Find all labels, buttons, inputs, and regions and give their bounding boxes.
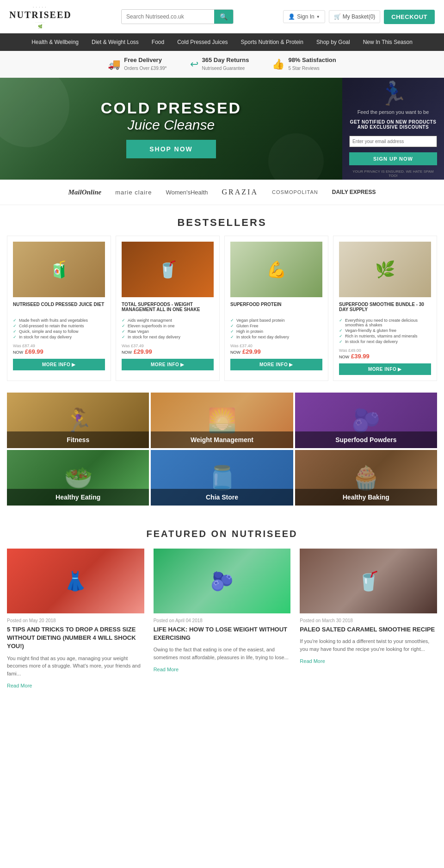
header: ····· NUTRISEED ····· 🌿 🔍 👤 Sign In ▼ 🛒 …	[0, 0, 444, 33]
featured-image-1: 👗	[7, 549, 144, 613]
returns-icon: ↩	[190, 58, 198, 70]
post-title-3: PALEO SALTED CARAMEL SMOOTHIE RECIPE	[300, 625, 437, 634]
now-2: NOW £29.99	[122, 348, 214, 355]
benefit-delivery: 🚚 Free Delivery Orders Over £39.99*	[108, 56, 166, 72]
featured-title: FEATURED ON NUTRISEED	[0, 517, 444, 549]
feature-item: ✓Everything you need to create delicious…	[339, 318, 431, 328]
product-features-4: ✓Everything you need to create delicious…	[339, 318, 431, 344]
press-cosmo: COSMOPOLITAN	[272, 189, 318, 195]
category-weight[interactable]: 🌅 Weight Management	[151, 393, 293, 448]
press-bar: MailOnline marie claire Women'sHealth GR…	[0, 180, 444, 205]
satisfaction-title: 98% Satisfaction	[288, 56, 336, 63]
more-info-button-4[interactable]: MORE INFO ▶	[339, 363, 431, 375]
basket-button[interactable]: 🛒 My Basket(0)	[329, 10, 381, 23]
more-info-button-2[interactable]: MORE INFO ▶	[122, 359, 214, 370]
category-chia[interactable]: 🫙 Chia Store	[151, 450, 293, 506]
category-label-superfood: Superfood Powders	[295, 431, 437, 448]
search-container: 🔍	[121, 9, 234, 24]
post-excerpt-3: If you're looking to add a different twi…	[300, 637, 437, 653]
product-image-1: 🧃	[13, 242, 105, 297]
category-grid-2: 🥗 Healthy Eating 🫙 Chia Store 🧁 Healthy …	[0, 450, 444, 517]
category-baking[interactable]: 🧁 Healthy Baking	[295, 450, 437, 506]
post-title-2: LIFE HACK: HOW TO LOSE WEIGHT WITHOUT EX…	[154, 625, 291, 642]
delivery-subtitle: Orders Over £39.99*	[124, 66, 166, 71]
read-more-1[interactable]: Read More	[7, 683, 32, 688]
category-fitness[interactable]: 🏃‍♀️ Fitness	[7, 393, 149, 448]
feature-item: ✓In stock for next day delivery	[13, 334, 105, 340]
product-card-3: 💪 SUPERFOOD PROTEIN ✓Vegan plant based p…	[224, 236, 328, 381]
feature-item: ✓Vegan-friendly & gluten free	[339, 328, 431, 333]
hero-line2: Juice Cleanse	[101, 117, 241, 133]
nav-item-new[interactable]: New In This Season	[357, 33, 419, 51]
basket-icon: 🛒	[334, 13, 341, 20]
category-label-chia: Chia Store	[151, 489, 293, 506]
feature-item: ✓Gluten Free	[230, 323, 322, 329]
nav-item-diet[interactable]: Diet & Weight Loss	[85, 33, 145, 51]
post-date-2: Posted on April 04 2018	[154, 618, 291, 623]
now-label-4: NOW	[339, 355, 349, 359]
dropdown-icon: ▼	[316, 15, 320, 19]
satisfaction-subtitle: 5 Star Reviews	[288, 66, 319, 71]
product-name-4: SUPERFOOD SMOOTHIE BUNDLE - 30 DAY SUPPL…	[339, 302, 431, 315]
search-input[interactable]	[122, 10, 214, 23]
product-price-3: Was £37.40 NOW £29.99	[230, 343, 322, 355]
post-excerpt-1: You might find that as you age, managing…	[7, 655, 144, 678]
press-womens: Women'sHealth	[166, 189, 208, 196]
feature-item: ✓In stock for next day delivery	[339, 339, 431, 344]
category-superfood[interactable]: 🫐 Superfood Powders	[295, 393, 437, 448]
product-price-2: Was £37.49 NOW £29.99	[122, 343, 214, 355]
product-image-3: 💪	[230, 242, 322, 297]
hero-email-input[interactable]	[349, 136, 437, 147]
returns-title: 365 Day Returns	[202, 56, 249, 63]
hero-shop-button[interactable]: SHOP NOW	[126, 140, 216, 158]
feature-item: ✓Cold-pressed to retain the nutrients	[13, 323, 105, 329]
product-card-2: 🥤 TOTAL SUPERFOODS - WEIGHT MANAGEMENT A…	[116, 236, 220, 381]
signin-button[interactable]: 👤 Sign In ▼	[283, 10, 325, 23]
read-more-2[interactable]: Read More	[154, 667, 179, 672]
now-label-1: NOW	[13, 350, 23, 355]
current-price-4: £39.99	[351, 353, 370, 360]
delivery-title: Free Delivery	[124, 56, 166, 63]
checkout-button[interactable]: CHECKOUT	[384, 10, 435, 24]
current-price-1: £69.99	[25, 348, 43, 355]
more-info-button-3[interactable]: MORE INFO ▶	[230, 359, 322, 370]
logo: ····· NUTRISEED ····· 🌿	[9, 5, 72, 29]
press-grazia: GRAZIA	[222, 188, 258, 196]
search-button[interactable]: 🔍	[214, 10, 233, 24]
feature-item: ✓In stock for next day delivery	[122, 334, 214, 340]
basket-label: My Basket(0)	[343, 13, 376, 20]
nav-item-sports[interactable]: Sports Nutrition & Protein	[234, 33, 310, 51]
featured-post-1: 👗 Posted on May 20 2018 5 TIPS AND TRICK…	[7, 549, 144, 689]
now-1: NOW £69.99	[13, 348, 105, 355]
current-price-2: £29.99	[134, 348, 152, 355]
read-more-3[interactable]: Read More	[300, 658, 325, 664]
hero-side-text: Feed the person you want to be	[358, 109, 429, 115]
press-marie: marie claire	[115, 189, 152, 196]
more-info-button-1[interactable]: MORE INFO ▶	[13, 359, 105, 370]
category-label-eating: Healthy Eating	[7, 489, 149, 506]
feature-item: ✓Aids weight managment	[122, 318, 214, 323]
hero-signup-button[interactable]: SIGN UP NOW	[349, 152, 437, 165]
feature-item: ✓Vegan plant based protein	[230, 318, 322, 323]
was-price-3: Was £37.40	[230, 343, 322, 348]
feature-item: ✓Made fresh with fruits and vegetables	[13, 318, 105, 323]
nav-item-health[interactable]: Health & Wellbeing	[25, 33, 85, 51]
signin-label: Sign In	[297, 13, 314, 20]
now-label-3: NOW	[230, 350, 240, 355]
feature-item: ✓Quick, simple and easy to follow	[13, 329, 105, 334]
feature-item: ✓High in protein	[230, 329, 322, 334]
category-eating[interactable]: 🥗 Healthy Eating	[7, 450, 149, 506]
nav-item-juices[interactable]: Cold Pressed Juices	[171, 33, 234, 51]
product-features-2: ✓Aids weight managment ✓Eleven superfood…	[122, 318, 214, 340]
benefit-satisfaction: 👍 98% Satisfaction 5 Star Reviews	[272, 56, 336, 72]
category-label-weight: Weight Management	[151, 431, 293, 448]
nav-item-goal[interactable]: Shop by Goal	[310, 33, 357, 51]
bestsellers-title: BESTSELLERS	[0, 205, 444, 236]
privacy-text: YOUR PRIVACY IS ENSURED. WE HATE SPAM TO…	[349, 169, 437, 178]
press-mail: MailOnline	[68, 188, 102, 196]
current-price-3: £29.99	[242, 348, 261, 355]
product-card-1: 🧃 NUTRISEED COLD PRESSED JUICE DIET ✓Mad…	[7, 236, 111, 381]
nav-item-food[interactable]: Food	[145, 33, 171, 51]
benefits-bar: 🚚 Free Delivery Orders Over £39.99* ↩ 36…	[0, 51, 444, 78]
product-name-2: TOTAL SUPERFOODS - WEIGHT MANAGEMENT ALL…	[122, 302, 214, 315]
